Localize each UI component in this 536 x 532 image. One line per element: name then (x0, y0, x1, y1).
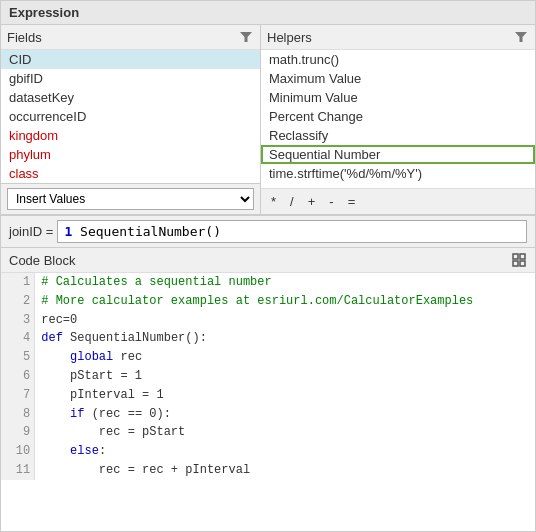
svg-rect-2 (513, 254, 518, 259)
helper-item-percent-change[interactable]: Percent Change (261, 107, 535, 126)
code-line-3: 3 rec=0 (1, 311, 535, 330)
code-area[interactable]: 1 # Calculates a sequential number 2 # M… (1, 273, 535, 531)
code-line-11: 11 rec = rec + pInterval (1, 461, 535, 480)
line-num-6: 6 (1, 367, 34, 386)
code-line-5: 5 global rec (1, 348, 535, 367)
insert-values-select[interactable]: Insert Values (7, 188, 254, 210)
code-content-6: pStart = 1 (35, 367, 535, 386)
fields-header: Fields (1, 25, 260, 50)
code-block-section: Code Block 1 # Calculates a sequential n… (1, 247, 535, 531)
svg-marker-0 (240, 32, 252, 42)
code-line-9: 9 rec = pStart (1, 423, 535, 442)
line-num-10: 10 (1, 442, 34, 461)
op-multiply[interactable]: * (267, 193, 280, 210)
expression-line-number: 1 (64, 224, 72, 239)
line-num-11: 11 (1, 461, 34, 480)
panel-title: Expression (1, 1, 535, 25)
field-item-occurrenceid[interactable]: occurrenceID (1, 107, 260, 126)
code-block-label: Code Block (9, 253, 75, 268)
operators-row: * / + - = (261, 188, 535, 214)
code-line-7: 7 pInterval = 1 (1, 386, 535, 405)
field-item-class[interactable]: class (1, 164, 260, 183)
fields-panel: Fields CID gbifID datasetKey occurrenceI… (1, 25, 261, 214)
code-content-1: # Calculates a sequential number (35, 273, 535, 292)
helper-item-minimum-value[interactable]: Minimum Value (261, 88, 535, 107)
code-line-4: 4 def SequentialNumber(): (1, 329, 535, 348)
line-num-4: 4 (1, 329, 34, 348)
helpers-header: Helpers (261, 25, 535, 50)
code-content-4: def SequentialNumber(): (35, 329, 535, 348)
svg-rect-4 (513, 261, 518, 266)
code-content-9: rec = pStart (35, 423, 535, 442)
code-table: 1 # Calculates a sequential number 2 # M… (1, 273, 535, 480)
line-num-8: 8 (1, 405, 34, 424)
helpers-panel: Helpers math.trunc() Maximum Value Minim… (261, 25, 535, 214)
code-line-6: 6 pStart = 1 (1, 367, 535, 386)
line-num-7: 7 (1, 386, 34, 405)
code-block-header: Code Block (1, 247, 535, 273)
fields-filter-icon[interactable] (238, 29, 254, 45)
helper-item-maximum-value[interactable]: Maximum Value (261, 69, 535, 88)
op-minus[interactable]: - (325, 193, 337, 210)
top-section: Fields CID gbifID datasetKey occurrenceI… (1, 25, 535, 215)
helper-item-sequential-number[interactable]: Sequential Number (261, 145, 535, 164)
helper-item-math-trunc[interactable]: math.trunc() (261, 50, 535, 69)
helpers-label: Helpers (267, 30, 312, 45)
svg-rect-3 (520, 254, 525, 259)
code-line-1: 1 # Calculates a sequential number (1, 273, 535, 292)
expression-row: joinID = 1 SequentialNumber() (1, 215, 535, 247)
op-equals[interactable]: = (344, 193, 360, 210)
code-content-5: global rec (35, 348, 535, 367)
insert-row: Insert Values (1, 183, 260, 214)
field-item-datasetkey[interactable]: datasetKey (1, 88, 260, 107)
op-plus[interactable]: + (304, 193, 320, 210)
expression-panel: Expression Fields CID gbifID datasetKey … (0, 0, 536, 532)
code-content-8: if (rec == 0): (35, 405, 535, 424)
field-item-gbifid[interactable]: gbifID (1, 69, 260, 88)
op-divide[interactable]: / (286, 193, 298, 210)
field-item-kingdom[interactable]: kingdom (1, 126, 260, 145)
code-content-3: rec=0 (35, 311, 535, 330)
svg-marker-1 (515, 32, 527, 42)
field-item-phylum[interactable]: phylum (1, 145, 260, 164)
expression-value: SequentialNumber() (80, 224, 221, 239)
fields-list[interactable]: CID gbifID datasetKey occurrenceID kingd… (1, 50, 260, 183)
line-num-1: 1 (1, 273, 34, 292)
expression-box[interactable]: 1 SequentialNumber() (57, 220, 527, 243)
line-num-5: 5 (1, 348, 34, 367)
code-line-8: 8 if (rec == 0): (1, 405, 535, 424)
code-content-10: else: (35, 442, 535, 461)
svg-rect-5 (520, 261, 525, 266)
fields-label: Fields (7, 30, 42, 45)
helpers-list[interactable]: math.trunc() Maximum Value Minimum Value… (261, 50, 535, 188)
field-item-cid[interactable]: CID (1, 50, 260, 69)
helper-item-reclassify[interactable]: Reclassify (261, 126, 535, 145)
code-content-2: # More calculator examples at esriurl.co… (35, 292, 535, 311)
code-line-2: 2 # More calculator examples at esriurl.… (1, 292, 535, 311)
line-num-9: 9 (1, 423, 34, 442)
code-content-7: pInterval = 1 (35, 386, 535, 405)
expression-label: joinID = (9, 224, 53, 239)
code-line-10: 10 else: (1, 442, 535, 461)
zoom-icon[interactable] (511, 252, 527, 268)
helper-item-time-strftime[interactable]: time.strftime('%d/%m/%Y') (261, 164, 535, 183)
line-num-2: 2 (1, 292, 34, 311)
line-num-3: 3 (1, 311, 34, 330)
code-content-11: rec = rec + pInterval (35, 461, 535, 480)
helpers-filter-icon[interactable] (513, 29, 529, 45)
